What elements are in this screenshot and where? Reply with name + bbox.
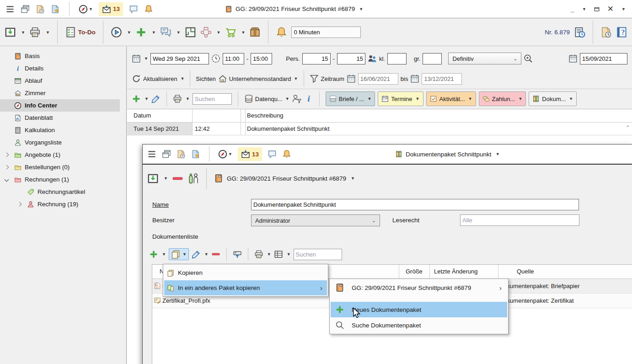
chevron-down-icon[interactable]: ▼	[162, 252, 166, 257]
minimize-button[interactable]: _	[571, 5, 574, 13]
workflow-icon[interactable]	[200, 27, 212, 38]
chevron-right-icon[interactable]	[3, 163, 11, 171]
chevron-down-icon[interactable]: ▼	[267, 252, 271, 257]
name-input[interactable]	[251, 199, 579, 210]
view-grid-button[interactable]	[274, 250, 283, 259]
chevron-down-icon[interactable]: ▼	[621, 7, 626, 11]
todo-button[interactable]: To-Do	[65, 27, 96, 38]
aktivitaet-button[interactable]: Aktivität... ▼	[426, 91, 476, 106]
chevron-down-icon[interactable]: ▼	[287, 252, 291, 257]
chevron-right-icon[interactable]	[16, 200, 24, 209]
sidebar-item-rechnungen-1[interactable]: Rechnungen (1)	[0, 173, 120, 186]
search-input[interactable]	[193, 93, 232, 105]
zoom-plus-icon[interactable]	[524, 54, 533, 63]
compare-persons-icon[interactable]	[187, 173, 199, 184]
mail-badge[interactable]: 13	[99, 2, 123, 16]
menu-icon[interactable]	[5, 5, 15, 14]
calendar-icon[interactable]	[568, 54, 578, 63]
favorite-document-icon[interactable]	[191, 150, 200, 159]
sidebar-item-kalkulation[interactable]: Kalkulation	[0, 124, 120, 136]
sidebar-item-bestellungen-0[interactable]: Bestellungen (0)	[0, 161, 120, 173]
history-icon[interactable]	[574, 27, 585, 38]
sidebar-item-details[interactable]: iDetails	[0, 62, 120, 75]
submenu-item-gg-29-09-2021-friseur-schnittpunkt-6879[interactable]: GG: 29/09/2021 Friseur Schnittpunkt #687…	[331, 280, 507, 295]
chevron-down-icon[interactable]: ▼	[204, 252, 209, 257]
col-beschreibung[interactable]: Beschreibung	[247, 112, 284, 119]
delete-button[interactable]	[172, 173, 183, 184]
save-import-button[interactable]	[5, 27, 16, 38]
info-center-button[interactable]: ▼	[79, 5, 93, 14]
print-button[interactable]	[29, 27, 41, 38]
sidebar-item-zimmer[interactable]: Zimmer	[0, 87, 120, 99]
chevron-down-icon[interactable]: ▼	[241, 30, 246, 35]
add-entry-button[interactable]	[132, 94, 141, 103]
view-standard-select[interactable]: Unternehmensstandard ▼	[218, 74, 298, 83]
chat-icon[interactable]	[129, 5, 138, 14]
termine-button[interactable]: Termine ▼	[378, 91, 423, 106]
briefe-button[interactable]: Briefe / ... ▼	[326, 91, 375, 106]
sidebar-item-vorgangsliste[interactable]: Vorgangsliste	[0, 136, 120, 149]
doc-search-input[interactable]	[294, 249, 342, 260]
refresh-button[interactable]: Aktualisieren ▼	[132, 74, 184, 83]
bell-icon[interactable]	[144, 5, 153, 14]
persons-max-input[interactable]	[337, 53, 365, 64]
print-doc-button[interactable]	[254, 250, 263, 259]
sidebar-item-info-center[interactable]: Info Center	[0, 99, 120, 112]
recent-document-icon[interactable]	[177, 150, 186, 159]
col-groesse[interactable]: Größe	[406, 268, 423, 275]
period-from-input[interactable]	[358, 73, 398, 85]
period-filter[interactable]: Zeitraum	[310, 74, 344, 83]
leserecht-input[interactable]	[460, 214, 579, 226]
help-icon[interactable]: ?	[616, 27, 627, 38]
chevron-down-icon[interactable]: ▼	[186, 96, 190, 101]
time-from-input[interactable]	[223, 53, 244, 64]
windows-icon[interactable]	[21, 5, 30, 14]
menu-item-kopieren[interactable]: Kopieren	[164, 265, 327, 280]
bell-icon[interactable]	[282, 150, 291, 159]
mail-badge[interactable]: 13	[238, 147, 262, 161]
correspondence-icon[interactable]	[160, 27, 171, 38]
chevron-down-icon[interactable]: ▼	[152, 30, 156, 35]
recent-icon[interactable]	[600, 27, 612, 38]
menu-icon[interactable]	[147, 150, 156, 159]
time-to-input[interactable]	[251, 53, 272, 64]
chevron-right-icon[interactable]	[3, 151, 11, 159]
upload-scan-button[interactable]	[233, 250, 242, 259]
window-title[interactable]: GG: 29/09/2021 Friseur Schnittpunkt #687…	[225, 5, 363, 13]
doc-window-title[interactable]: Dokumentenpaket Schnittpunkt ▼	[395, 150, 500, 158]
calendar-icon[interactable]	[347, 74, 356, 83]
col-quelle[interactable]: Quelle	[517, 268, 534, 275]
zahlungen-button[interactable]: Zahlun... ▼	[479, 91, 526, 106]
chevron-down-icon[interactable]: ▼	[177, 30, 181, 35]
package-icon[interactable]	[249, 27, 261, 38]
status-select[interactable]: Definitiv ⌄	[448, 53, 521, 64]
sidebar-item-basis[interactable]: Basis	[0, 50, 120, 62]
linked-record-selector[interactable]: GG: 29/09/2021 Friseur Schnittpunkt #687…	[214, 174, 355, 183]
kl-input[interactable]	[387, 53, 407, 64]
calendar-icon[interactable]	[410, 74, 419, 83]
col-letzte-aenderung[interactable]: Letzte Änderung	[434, 268, 477, 275]
col-datum[interactable]: Datum	[134, 112, 151, 119]
calendar-icon[interactable]	[132, 54, 141, 63]
save-button[interactable]	[147, 173, 159, 184]
minutes-input[interactable]	[291, 27, 361, 38]
event-date-input[interactable]	[150, 53, 209, 64]
chevron-down-icon[interactable]	[3, 176, 11, 184]
sidebar-item-rechnung-19[interactable]: Rechnung (19)	[0, 198, 120, 210]
edit-button[interactable]	[151, 94, 161, 103]
scroll-up-icon[interactable]: ^	[627, 125, 629, 130]
close-button[interactable]: ✕	[607, 4, 614, 14]
remove-document-button[interactable]	[211, 250, 220, 259]
sidebar-item-angebote-1[interactable]: Angebote (1)	[0, 149, 120, 161]
sidebar-item-ablauf[interactable]: Ablauf	[0, 75, 120, 87]
dokumente-button[interactable]: Dokum... ▼	[529, 91, 577, 106]
edit-document-button[interactable]	[192, 250, 201, 259]
created-date-input[interactable]	[580, 53, 627, 64]
favorite-document-icon[interactable]	[51, 5, 60, 14]
sidebar-item-rechnungsartikel[interactable]: Rechnungsartikel	[0, 186, 120, 198]
windows-icon[interactable]	[162, 150, 171, 159]
info-icon[interactable]: i	[304, 94, 313, 103]
reminder-bell-icon[interactable]	[276, 27, 287, 38]
recent-document-icon[interactable]	[36, 5, 45, 14]
chevron-down-icon[interactable]: ▼	[21, 30, 25, 35]
